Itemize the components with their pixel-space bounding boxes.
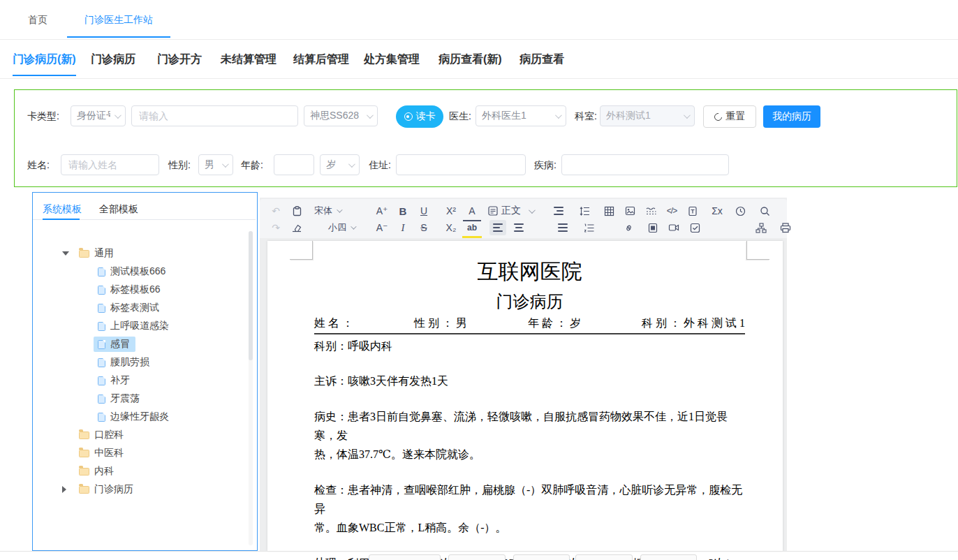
tree-folder-outpatient-records[interactable]: 门诊病历 [33,480,257,499]
tree-item-template[interactable]: 测试模板666 [33,263,257,281]
tab-all-templates[interactable]: 全部模板 [99,200,138,218]
line-height-icon[interactable] [576,203,593,219]
chevron-down-icon [115,112,121,119]
tab-system-templates[interactable]: 系统模板 [43,200,82,218]
examination-paragraph[interactable]: 检查：患者神清，查咽喉部红肿，扁桃腺（-）双肺呼吸音清，心脏听诊无异常，腹检无异… [314,480,745,537]
tree-item-template[interactable]: 标签表测试 [33,299,257,317]
strikethrough-icon[interactable]: S [415,220,432,235]
sex-select[interactable]: 男 [198,154,233,175]
tree-item-template[interactable]: 标签模板66 [33,281,257,299]
divider-line-icon[interactable] [642,203,659,219]
history-paragraph[interactable]: 病史：患者3日前自觉鼻塞、流涕，轻微咳嗽，自服抗感冒药物效果不佳，近1日觉畏寒，… [314,407,745,464]
age-input[interactable] [274,154,314,175]
read-card-button[interactable]: 读卡 [396,105,443,128]
tree-folder-tcm[interactable]: 中医科 [33,444,257,462]
underline-icon[interactable]: U [415,203,432,219]
bottom-action-button[interactable] [448,554,506,560]
tree-folder-internal[interactable]: 内科 [33,462,257,480]
align-right-icon[interactable] [550,203,567,219]
caret-down-icon[interactable] [62,251,69,256]
document-page[interactable]: 互联网医院 门诊病历 姓 名 ： 性 别 ： 男 年 龄 ： 岁 科 别 ： 外… [267,241,783,551]
record-title[interactable]: 门诊病历 [314,290,745,313]
org-chart-icon[interactable] [753,220,769,235]
subscript-icon[interactable]: X₂ [443,220,459,235]
anchor-block-icon[interactable] [644,220,661,235]
paste-icon[interactable] [288,203,305,219]
media-icon[interactable] [665,220,682,235]
doctor-select[interactable]: 外科医生1 [476,105,566,126]
checkbox-icon[interactable] [686,220,703,235]
chevron-down-icon [555,112,562,119]
highlight-icon[interactable]: ab [464,220,480,235]
chief-complaint[interactable]: 主诉：咳嗽3天伴有发热1天 [314,371,745,390]
nav-settled-management[interactable]: 结算后管理 [293,40,349,78]
reset-button[interactable]: 重置 [703,105,756,128]
superscript-icon[interactable]: X² [443,203,459,219]
ordered-list-icon[interactable] [580,220,597,235]
info-age: 年 龄 ： 岁 [528,316,581,331]
card-device-select[interactable]: 神思SS628 [304,105,378,126]
image-icon[interactable] [621,203,638,219]
align-center-icon[interactable] [510,220,527,235]
card-number-input[interactable] [131,105,298,126]
caret-right-icon[interactable] [62,486,66,493]
patient-info-line[interactable]: 姓 名 ： 性 别 ： 男 年 龄 ： 岁 科 别 ： 外 科 测 试 1 [314,316,745,334]
nav-record-view-new[interactable]: 病历查看(新) [439,40,502,78]
dept-select[interactable]: 外科测试1 [600,105,695,126]
hospital-title[interactable]: 互联网医院 [314,258,745,285]
age-unit-select[interactable]: 岁 [320,154,360,175]
search-icon[interactable] [756,203,773,219]
sex-label: 性别: [168,154,191,175]
increase-font-icon[interactable]: A⁺ [374,203,390,219]
address-input[interactable] [396,154,526,175]
bottom-action-button[interactable] [575,554,633,560]
department-line[interactable]: 科别：呼吸内科 [314,337,745,355]
font-color-icon[interactable]: A [464,203,480,219]
paragraph-style-select[interactable]: 正文 [488,203,538,219]
bottom-action-button[interactable] [513,554,570,560]
template-doc-icon[interactable] [684,203,701,219]
bottom-action-button[interactable] [369,554,441,560]
nav-prescription-sets[interactable]: 处方集管理 [364,40,420,78]
justify-icon[interactable] [554,220,571,235]
tab-home[interactable]: 首页 [28,0,47,39]
nav-unsettled-management[interactable]: 未结算管理 [221,40,277,78]
formula-icon[interactable]: Σx [709,203,725,219]
tree-folder-general[interactable]: 通用 [33,244,257,263]
align-left-icon[interactable] [489,220,506,235]
tree-folder-dental[interactable]: 口腔科 [33,426,257,444]
nav-record-view[interactable]: 病历查看 [519,40,564,78]
tab-doctor-workstation[interactable]: 门诊医生工作站 [67,0,170,39]
nav-outpatient-record-new[interactable]: 门诊病历(新) [13,40,76,78]
decrease-font-icon[interactable]: A⁻ [374,220,390,235]
tree-item-template[interactable]: 腰肌劳损 [33,353,257,371]
card-type-label: 卡类型: [27,105,59,126]
card-type-select[interactable]: 身份证号 [71,105,126,126]
link-icon[interactable] [620,220,637,235]
nav-outpatient-prescribe[interactable]: 门诊开方 [157,40,202,78]
tree-item-template-selected[interactable]: 感冒 [33,335,257,353]
tree-scrollbar-thumb[interactable] [249,231,253,360]
redo-icon[interactable]: ↷ [267,220,284,235]
table-icon[interactable] [600,203,617,219]
tree-item-template[interactable]: 边缘性牙龈炎 [33,408,257,426]
info-sex: 性 别 ： 男 [414,316,467,331]
undo-icon[interactable]: ↶ [267,203,284,219]
patient-name-input[interactable] [61,154,159,175]
print-icon[interactable] [777,220,794,235]
tree-item-template[interactable]: 上呼吸道感染 [33,317,257,335]
history-icon[interactable] [732,203,749,219]
chevron-down-icon [367,112,374,119]
tree-item-template[interactable]: 补牙 [33,371,257,390]
tree-item-template[interactable]: 牙震荡 [33,390,257,408]
font-size-select[interactable]: 小四 [310,220,369,235]
my-records-button[interactable]: 我的病历 [763,105,820,128]
bold-icon[interactable]: B [395,203,411,219]
clear-format-icon[interactable] [288,220,305,235]
disease-input[interactable] [561,154,729,175]
font-family-select[interactable]: 宋体 [310,203,369,219]
code-icon[interactable]: </> [663,203,680,219]
italic-icon[interactable]: I [395,220,411,235]
nav-outpatient-record[interactable]: 门诊病历 [91,40,135,78]
bottom-action-button[interactable] [640,554,697,560]
